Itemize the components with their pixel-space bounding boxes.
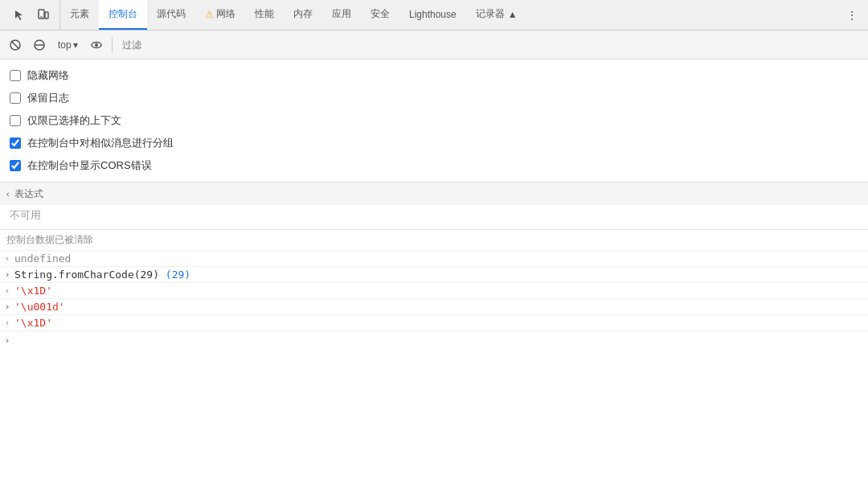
devtools-icons [3, 0, 60, 30]
cursor-icon[interactable] [10, 6, 29, 25]
context-chevron-icon: ▾ [73, 39, 78, 51]
svg-line-4 [11, 41, 19, 49]
setting-only-selected: 仅限已选择的上下文 [10, 109, 858, 132]
console-input-line: › [0, 331, 868, 349]
device-icon[interactable] [34, 6, 53, 25]
tab-bar: 元素 控制台 源代码 ⚠ 网络 性能 内存 应用 安全 Lighthouse 记… [0, 0, 868, 31]
context-selector[interactable]: top ▾ [53, 35, 83, 55]
console-line: › '\u001d' [0, 299, 868, 315]
preserve-log-label[interactable]: 保留日志 [27, 91, 69, 105]
console-input-field[interactable] [14, 334, 868, 347]
console-expand-icon[interactable]: › [0, 269, 14, 280]
tab-recorder[interactable]: 记录器 ▲ [466, 0, 527, 30]
tab-security[interactable]: 安全 [361, 0, 399, 30]
svg-point-8 [95, 43, 98, 47]
expression-value: 不可用 [10, 209, 41, 221]
hide-network-checkbox[interactable] [10, 70, 21, 81]
setting-hide-network: 隐藏网络 [10, 64, 858, 87]
tab-source[interactable]: 源代码 [147, 0, 195, 30]
tab-lighthouse[interactable]: Lighthouse [399, 0, 466, 30]
console-output: 控制台数据已被清除 ‹ undefined › String.fromCharC… [0, 230, 868, 484]
console-result: '\x1D' [14, 285, 868, 297]
toolbar-divider [112, 37, 113, 53]
recorder-icon: ▲ [508, 9, 518, 20]
console-expand-icon[interactable]: ‹ [0, 318, 14, 328]
clear-console-button[interactable] [5, 35, 26, 55]
expression-collapse-icon: ‹ [6, 189, 10, 199]
console-line: ‹ '\x1D' [0, 283, 868, 299]
console-line: ‹ undefined [0, 251, 868, 267]
tab-network[interactable]: ⚠ 网络 [195, 0, 245, 30]
expression-title: 表达式 [14, 187, 43, 201]
tab-console[interactable]: 控制台 [99, 0, 147, 30]
console-result: '\x1D' [14, 317, 868, 329]
expression-body: 不可用 [0, 205, 868, 229]
main-content: top ▾ 隐藏网络 保留日志 仅限已选择的上下文 在控制台中对相似消息进行分组 [0, 31, 868, 484]
setting-group-similar: 在控制台中对相似消息进行分组 [10, 132, 858, 154]
block-button[interactable] [29, 35, 50, 55]
tab-application[interactable]: 应用 [322, 0, 361, 30]
show-cors-label[interactable]: 在控制台中显示CORS错误 [27, 158, 152, 173]
tab-memory[interactable]: 内存 [284, 0, 322, 30]
setting-show-cors: 在控制台中显示CORS错误 [10, 154, 858, 177]
more-tabs-icon[interactable]: ⋮ [842, 6, 862, 25]
only-selected-label[interactable]: 仅限已选择的上下文 [27, 113, 121, 128]
group-similar-label[interactable]: 在控制台中对相似消息进行分组 [27, 136, 174, 150]
filter-input[interactable] [117, 35, 863, 55]
show-cors-checkbox[interactable] [10, 160, 21, 171]
console-expand-icon[interactable]: ‹ [0, 285, 14, 296]
console-toolbar: top ▾ [0, 31, 868, 59]
console-line: ‹ '\x1D' [0, 315, 868, 331]
expression-section: ‹ 表达式 不可用 [0, 183, 868, 230]
eye-button[interactable] [86, 35, 107, 55]
settings-panel: 隐藏网络 保留日志 仅限已选择的上下文 在控制台中对相似消息进行分组 在控制台中… [0, 59, 868, 183]
console-input-text: '\u001d' [14, 301, 868, 313]
console-prompt-icon: › [0, 335, 14, 346]
preserve-log-checkbox[interactable] [10, 92, 21, 104]
console-line: › String.fromCharCode(29) (29) [0, 267, 868, 283]
console-expand-icon[interactable]: ‹ [0, 253, 14, 264]
tab-performance[interactable]: 性能 [245, 0, 284, 30]
expression-header[interactable]: ‹ 表达式 [0, 183, 868, 205]
console-result: undefined [14, 252, 868, 265]
console-input-text: String.fromCharCode(29) (29) [14, 269, 868, 281]
console-cleared-message: 控制台数据已被清除 [0, 230, 868, 251]
tab-elements[interactable]: 元素 [60, 0, 99, 30]
hide-network-label[interactable]: 隐藏网络 [27, 68, 69, 83]
warning-icon: ⚠ [205, 9, 214, 20]
group-similar-checkbox[interactable] [10, 137, 21, 149]
svg-rect-1 [45, 12, 48, 18]
console-expand-icon[interactable]: › [0, 301, 14, 312]
setting-preserve-log: 保留日志 [10, 87, 858, 109]
only-selected-checkbox[interactable] [10, 115, 21, 126]
